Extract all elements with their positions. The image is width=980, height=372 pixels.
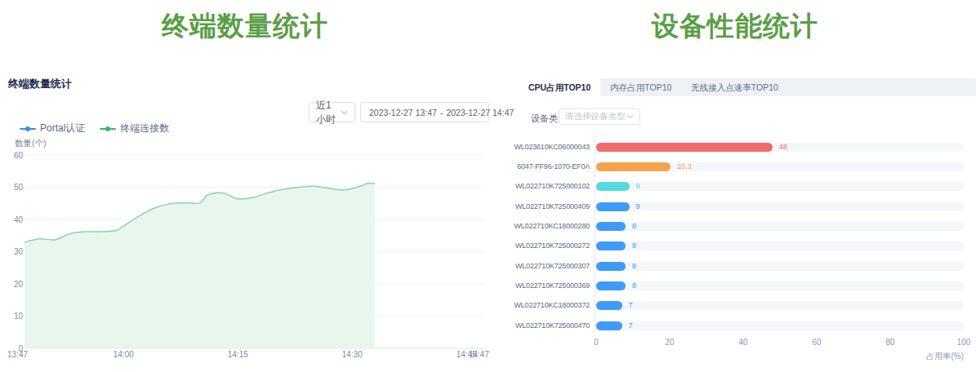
bar-label: WL023610KC06000043 (490, 143, 590, 152)
y-tick-label: 30 (14, 247, 24, 256)
y-tick-label: 10 (14, 312, 24, 321)
bar-label: WL022710K725000272 (490, 241, 590, 250)
bar-fill (596, 222, 626, 231)
x-tick-label: 13:47 (7, 350, 28, 359)
bar-row: WL022710K7250003078 (490, 262, 980, 271)
series-area (24, 184, 375, 348)
y-tick-label: 20 (14, 280, 24, 289)
y-tick-label: 60 (14, 151, 24, 160)
x-tick-label: 14:47 (469, 350, 489, 359)
bar-x-axis-label: 占用率(%) (882, 351, 964, 362)
bar-row: WL022710K7250001029 (490, 182, 980, 191)
x-tick-label: 14:15 (228, 350, 248, 359)
bar-label: WL022710KC18000280 (490, 222, 590, 231)
bar-value: 7 (629, 301, 633, 310)
bar-row: 6047-FF96-1070-EF0A20.3 (490, 162, 980, 171)
bar-value: 8 (632, 241, 636, 250)
device-performance-panel: 设备性能统计 CPU占用TOP10 内存占用TOP10 无线接入点速率TOP10… (490, 0, 980, 372)
bar-row: WL022710K7250004099 (490, 202, 980, 211)
bar-fill (596, 321, 622, 330)
bar-value: 20.3 (677, 162, 692, 171)
bar-x-tick-label: 20 (657, 338, 682, 347)
bar-fill (596, 281, 626, 290)
bar-label: WL022710K725000369 (490, 281, 590, 290)
bar-label: WL022710K725000409 (490, 202, 590, 211)
bar-track (596, 262, 964, 271)
bar-row: WL022710K7250002728 (490, 241, 980, 250)
bar-value: 8 (632, 281, 636, 290)
bar-value: 48 (779, 143, 787, 152)
bar-track (596, 301, 964, 310)
bar-chart: WL023610KC06000043486047-FF96-1070-EF0A2… (490, 0, 980, 372)
bar-track (596, 202, 964, 211)
y-tick-label: 50 (14, 183, 24, 192)
bar-fill (596, 241, 626, 250)
bar-label: WL022710K725000470 (490, 321, 590, 330)
bar-fill (596, 301, 622, 310)
y-tick-label: 40 (14, 215, 24, 224)
bar-row: WL022710KC180002808 (490, 222, 980, 231)
bar-track (596, 222, 964, 231)
bar-x-tick-label: 40 (731, 338, 755, 347)
bar-fill (596, 143, 773, 152)
bar-row: WL022710K7250004707 (490, 321, 980, 330)
bar-value: 9 (636, 202, 640, 211)
bar-value: 8 (632, 262, 636, 271)
x-tick-label: 14:30 (342, 350, 363, 359)
y-axis-label: 数量(个) (15, 138, 47, 148)
bar-track (596, 182, 964, 191)
bar-row: WL022710K7250003698 (490, 281, 980, 290)
bar-value: 7 (629, 321, 633, 330)
bar-x-tick-label: 60 (804, 338, 829, 347)
bar-x-tick-label: 100 (951, 338, 976, 347)
bar-row: WL022710KC180003727 (490, 301, 980, 310)
bar-label: WL022710K725000307 (490, 262, 590, 271)
bar-x-tick-label: 0 (584, 338, 608, 347)
bar-value: 9 (636, 182, 640, 191)
x-tick-label: 14:00 (114, 350, 134, 359)
bar-label: WL022710KC18000372 (490, 301, 590, 310)
bar-value: 8 (632, 222, 636, 231)
bar-label: WL022710K725000102 (490, 182, 590, 191)
bar-label: 6047-FF96-1070-EF0A (490, 162, 590, 171)
bar-fill (596, 182, 630, 191)
bar-fill (596, 202, 630, 211)
bar-fill (596, 262, 626, 271)
bar-track (596, 281, 964, 290)
bar-track (596, 241, 964, 250)
bar-track (596, 321, 964, 330)
bar-fill (596, 162, 670, 171)
terminal-count-panel: 终端数量统计 终端数量统计 近1小时 2023-12-27 13:47 - 20… (0, 0, 490, 372)
line-chart: 0102030405060数量(个)13:4714:0014:1514:3014… (0, 0, 490, 372)
bar-x-tick-label: 80 (878, 338, 902, 347)
bar-row: WL023610KC0600004348 (490, 143, 980, 152)
